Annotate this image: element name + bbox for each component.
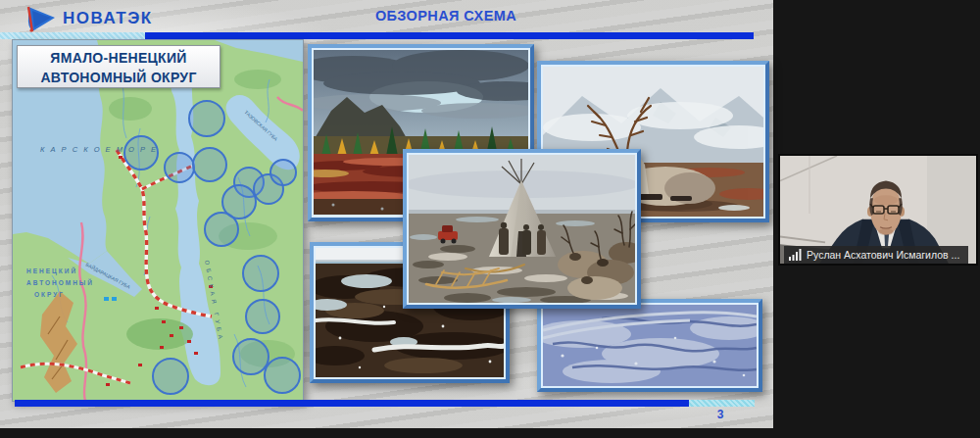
map-label-region-1: НЕНЕЦКИЙ (26, 267, 77, 275)
footer-accent-bar-blue (15, 400, 689, 407)
slide-title: ОБЗОРНАЯ СХЕМА (274, 8, 617, 24)
participant-name: Руслан Асхатович Исмагилов ... (807, 249, 959, 261)
header-accent-bar-cyan (0, 32, 145, 39)
frozen-river-photo (537, 299, 762, 392)
map-label-kara-sea: К А Р С К О Е М О Р Е (40, 145, 158, 154)
meeting-window: НОВАТЭК ОБЗОРНАЯ СХЕМА (0, 0, 980, 438)
participant-video-tile[interactable]: Руслан Асхатович Исмагилов ... (778, 154, 978, 266)
yamal-map-graphic: К А Р С К О Е М О Р Е НЕНЕЦКИЙ АВТОНОМНЫ… (13, 40, 303, 401)
nenets-camp-photo (403, 149, 641, 309)
map-label-region-2: АВТОНОМНЫЙ (26, 278, 94, 286)
novatek-logo-icon (24, 4, 57, 33)
novatek-logo: НОВАТЭК (24, 3, 153, 34)
shared-presentation-slide: НОВАТЭК ОБЗОРНАЯ СХЕМА (0, 0, 773, 428)
footer-accent-bar-cyan (689, 400, 755, 407)
header-accent-bar-blue (145, 32, 754, 39)
signal-bars-icon (789, 249, 802, 261)
map-title-box: ЯМАЛО-НЕНЕЦКИЙ АВТОНОМНЫЙ ОКРУГ (17, 45, 220, 88)
participant-name-label: Руслан Асхатович Исмагилов ... (784, 246, 968, 264)
slide-page-number: 3 (686, 408, 755, 421)
map-title-line2: АВТОНОМНЫЙ ОКРУГ (18, 68, 220, 87)
novatek-logo-text: НОВАТЭК (63, 9, 153, 28)
map-title-line1: ЯМАЛО-НЕНЕЦКИЙ (18, 48, 220, 68)
map-label-region-3: ОКРУГ (34, 291, 65, 298)
region-map: К А Р С К О Е М О Р Е НЕНЕЦКИЙ АВТОНОМНЫ… (12, 39, 304, 402)
